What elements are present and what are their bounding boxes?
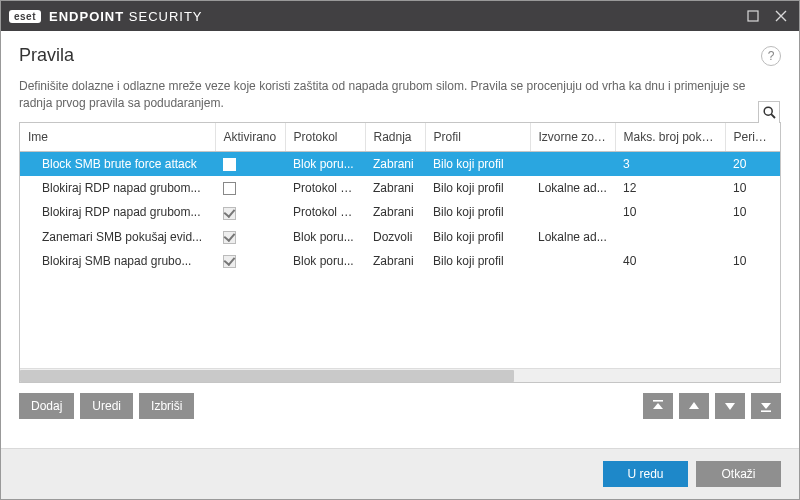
cell-name: Block SMB brute force attack	[20, 151, 215, 176]
svg-rect-0	[748, 11, 758, 21]
cell-profile: Bilo koji profil	[425, 176, 530, 200]
col-maxattempts[interactable]: Maks. broj pokušaja	[615, 123, 725, 152]
cell-maxattempts: 12	[615, 176, 725, 200]
add-button[interactable]: Dodaj	[19, 393, 74, 419]
cell-profile: Bilo koji profil	[425, 151, 530, 176]
description-text: Definišite dolazne i odlazne mreže veze …	[1, 74, 799, 122]
window-controls	[747, 10, 791, 22]
move-down-button[interactable]	[715, 393, 745, 419]
enabled-checkbox[interactable]	[223, 158, 236, 171]
chevron-bottom-icon	[759, 400, 773, 412]
col-action[interactable]: Radnja	[365, 123, 425, 152]
table-header-row: Ime Aktivirano Protokol Radnja Profil Iz…	[20, 123, 780, 152]
cell-action: Zabrani	[365, 151, 425, 176]
minimize-icon[interactable]	[747, 10, 759, 22]
search-button[interactable]	[758, 101, 780, 123]
table-empty-area	[20, 273, 780, 368]
rules-table: Ime Aktivirano Protokol Radnja Profil Iz…	[19, 122, 781, 384]
col-period[interactable]: Period...	[725, 123, 780, 152]
cell-protocol: Blok poru...	[285, 249, 365, 273]
cell-maxattempts: 40	[615, 249, 725, 273]
brand-badge: eset	[9, 10, 41, 23]
cell-action: Zabrani	[365, 249, 425, 273]
enabled-checkbox[interactable]	[223, 255, 236, 268]
cell-action: Zabrani	[365, 200, 425, 224]
cell-protocol: Protokol u...	[285, 176, 365, 200]
chevron-up-icon	[687, 400, 701, 412]
cell-protocol: Blok poru...	[285, 225, 365, 249]
svg-point-1	[764, 107, 772, 115]
svg-rect-3	[653, 400, 663, 402]
col-enabled[interactable]: Aktivirano	[215, 123, 285, 152]
cell-enabled	[215, 249, 285, 273]
cell-sourcezones	[530, 249, 615, 273]
page-title: Pravila	[19, 45, 74, 66]
svg-rect-4	[761, 411, 771, 413]
cell-name: Zanemari SMB pokušaj evid...	[20, 225, 215, 249]
cell-action: Zabrani	[365, 176, 425, 200]
cell-maxattempts: 10	[615, 200, 725, 224]
table-row[interactable]: Zanemari SMB pokušaj evid...Blok poru...…	[20, 225, 780, 249]
close-icon[interactable]	[775, 10, 787, 22]
help-button[interactable]: ?	[761, 46, 781, 66]
cell-sourcezones	[530, 200, 615, 224]
col-profile[interactable]: Profil	[425, 123, 530, 152]
cell-period: 10	[725, 249, 780, 273]
app-window: eset ENDPOINT SECURITY Pravila ? Definiš…	[0, 0, 800, 500]
cell-period: 10	[725, 176, 780, 200]
brand-text: ENDPOINT SECURITY	[49, 9, 203, 24]
toolbar: Dodaj Uredi Izbriši	[1, 383, 799, 419]
table-row[interactable]: Block SMB brute force attackBlok poru...…	[20, 151, 780, 176]
cell-protocol: Protokol u...	[285, 200, 365, 224]
cell-sourcezones	[530, 151, 615, 176]
cell-profile: Bilo koji profil	[425, 249, 530, 273]
cell-name: Blokiraj SMB napad grubo...	[20, 249, 215, 273]
cell-profile: Bilo koji profil	[425, 200, 530, 224]
enabled-checkbox[interactable]	[223, 231, 236, 244]
table-row[interactable]: Blokiraj RDP napad grubom...Protokol u..…	[20, 200, 780, 224]
cell-action: Dozvoli	[365, 225, 425, 249]
cell-maxattempts	[615, 225, 725, 249]
cell-enabled	[215, 200, 285, 224]
ok-button[interactable]: U redu	[603, 461, 688, 487]
edit-button[interactable]: Uredi	[80, 393, 133, 419]
svg-line-2	[771, 114, 775, 118]
search-icon	[763, 106, 776, 119]
move-bottom-button[interactable]	[751, 393, 781, 419]
cell-enabled	[215, 176, 285, 200]
chevron-down-icon	[723, 400, 737, 412]
cell-sourcezones: Lokalne ad...	[530, 225, 615, 249]
move-top-button[interactable]	[643, 393, 673, 419]
footer: U redu Otkaži	[1, 448, 799, 499]
enabled-checkbox[interactable]	[223, 182, 236, 195]
scrollbar-thumb[interactable]	[20, 370, 514, 382]
move-up-button[interactable]	[679, 393, 709, 419]
cell-period: 10	[725, 200, 780, 224]
cell-name: Blokiraj RDP napad grubom...	[20, 176, 215, 200]
titlebar: eset ENDPOINT SECURITY	[1, 1, 799, 31]
cell-enabled	[215, 151, 285, 176]
table-row[interactable]: Blokiraj RDP napad grubom...Protokol u..…	[20, 176, 780, 200]
cell-period	[725, 225, 780, 249]
header: Pravila ?	[1, 31, 799, 74]
cell-maxattempts: 3	[615, 151, 725, 176]
cell-profile: Bilo koji profil	[425, 225, 530, 249]
enabled-checkbox[interactable]	[223, 207, 236, 220]
cell-protocol: Blok poru...	[285, 151, 365, 176]
cell-name: Blokiraj RDP napad grubom...	[20, 200, 215, 224]
table-row[interactable]: Blokiraj SMB napad grubo...Blok poru...Z…	[20, 249, 780, 273]
col-protocol[interactable]: Protokol	[285, 123, 365, 152]
cell-sourcezones: Lokalne ad...	[530, 176, 615, 200]
cell-period: 20	[725, 151, 780, 176]
cancel-button[interactable]: Otkaži	[696, 461, 781, 487]
col-name[interactable]: Ime	[20, 123, 215, 152]
horizontal-scrollbar[interactable]	[20, 368, 780, 382]
col-sourcezones[interactable]: Izvorne zone	[530, 123, 615, 152]
cell-enabled	[215, 225, 285, 249]
chevron-top-icon	[651, 400, 665, 412]
delete-button[interactable]: Izbriši	[139, 393, 194, 419]
